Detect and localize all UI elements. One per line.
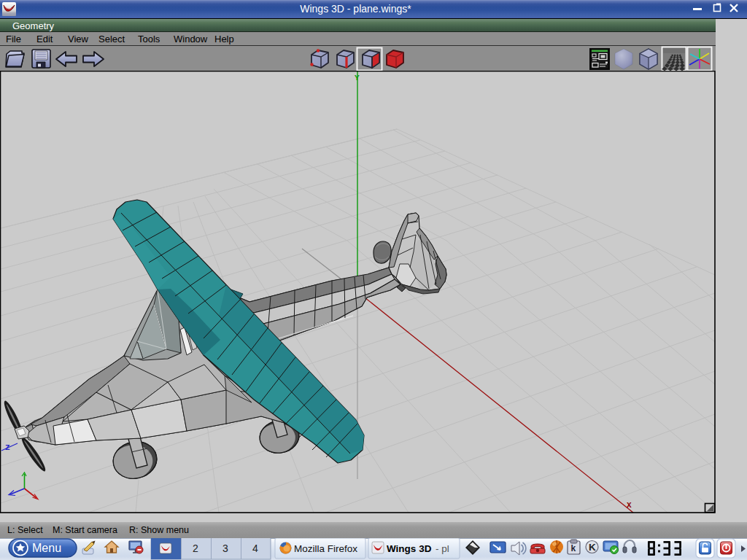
svg-text:4: 4	[252, 542, 258, 554]
svg-text:k: k	[571, 543, 576, 553]
svg-text:Mozilla Firefox: Mozilla Firefox	[294, 543, 357, 554]
svg-text:Y: Y	[355, 74, 360, 82]
svg-text:3: 3	[222, 542, 228, 554]
svg-text:2: 2	[193, 542, 198, 554]
svg-text:X: X	[627, 501, 632, 510]
svg-text:Menu: Menu	[32, 542, 61, 554]
svg-text:Z: Z	[5, 443, 10, 452]
svg-text:- pl: - pl	[436, 543, 449, 554]
svg-text:K: K	[589, 542, 596, 553]
svg-text:Wings 3D: Wings 3D	[387, 543, 432, 554]
